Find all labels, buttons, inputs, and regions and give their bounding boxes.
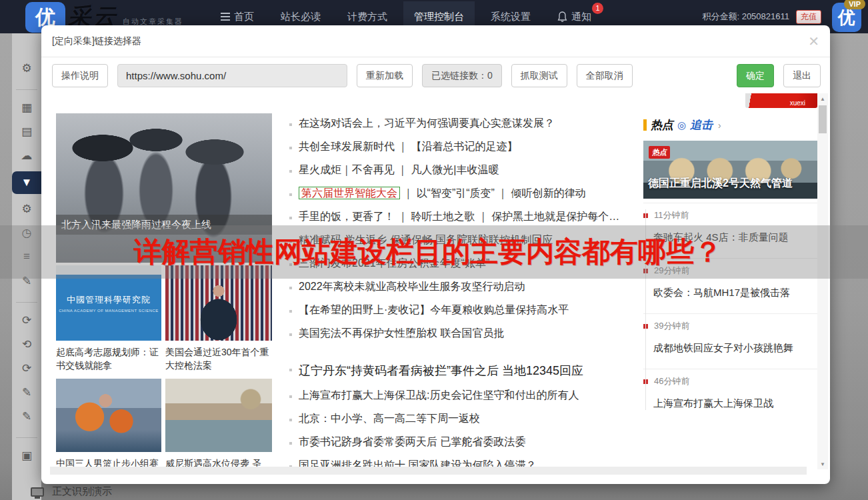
modal-title: [定向采集]链接选择器 [52,35,141,47]
modal-header: [定向采集]链接选择器 ✕ [41,25,830,57]
photo-venice-flood[interactable] [165,379,272,452]
bell-icon [557,11,567,23]
small-gear-icon[interactable]: ⚙ [13,201,40,217]
timeline-entry: 29分钟前 欧委会：马航MH17是被俄击落 [643,258,817,299]
timeline-time: 39分钟前 [654,320,689,332]
reload-icon[interactable]: ⟳ [13,360,40,376]
hamburger-icon [221,11,230,23]
confirm-button[interactable]: 确定 [737,64,774,87]
target-icon: ◎ [677,119,686,131]
refresh-icon[interactable]: ⟳ [13,312,40,328]
sohu-page: xuexi 北方入汛来最强降雨过程今夜上线 中國管理科學研究院 CHINA AC… [50,93,817,475]
photo-basketball[interactable] [56,379,161,452]
sidebar-divider [16,302,37,303]
chevron-right-icon: › [718,120,721,131]
modal-toolbar: 操作说明 重新加载 已选链接数：0 抓取测试 全部取消 确定 退出 [41,57,830,94]
url-input[interactable] [117,64,347,87]
hot-title-blue: 追击 [690,117,713,133]
news-link[interactable]: 市委书记跻身省委常委两天后 已掌舵省委政法委 [288,431,644,454]
reload-button[interactable]: 重新加载 [357,64,413,87]
menu-item-home-label: 首页 [234,11,254,23]
photo-caption[interactable]: 起底高考志愿规划师：证书交钱就能拿 [56,345,161,372]
task-list-icon[interactable]: ▤ [13,123,40,139]
edit-doc-icon[interactable]: ✎ [13,408,40,424]
news-link[interactable]: 上海宣布打赢大上海保卫战:历史会记住坚守和付出的所有人 [288,384,644,407]
news-link-highlighted[interactable]: 第六届世界智能大会 [299,187,400,199]
hot-feature-photo[interactable]: 热点 德国正重启北溪2号天然气管道 [643,141,817,199]
edit-note-icon[interactable]: ✎ [13,384,40,400]
timeline-link[interactable]: 成都地铁回应女子对小孩跳艳舞 [653,342,817,355]
webpage-scrollbar[interactable]: ▲ ▼ [817,93,828,469]
banner-label: xuexi [790,99,805,107]
account-corner[interactable]: 优 VIP [828,0,863,33]
news-link[interactable]: 第六届世界智能大会 ｜ 以“智变”引“质变” ｜ 倾听创新的律动 [288,182,644,205]
scrollbar-thumb[interactable] [819,105,827,133]
hot-feature-caption: 德国正重启北溪2号天然气管道 [648,177,793,191]
photo-caption[interactable]: 美国会通过近30年首个重大控枪法案 [165,345,272,372]
sidebar-divider [16,89,37,90]
red-square-bullet-icon [643,379,648,384]
stats-chart-icon[interactable]: ▦ [13,99,40,115]
edit-icon[interactable]: ✎ [13,273,40,289]
timeline-link[interactable]: 欧委会：马航MH17是被俄击落 [653,287,817,299]
news-link[interactable]: 北京：中小学、高一高二等下周一返校 [288,407,644,431]
cloud-upload-icon[interactable]: ☁ [13,147,40,163]
news-link[interactable]: 星火成炬｜不舍再见 ｜ 凡人微光|丰收温暖 [288,159,644,182]
vip-badge: VIP [844,0,865,9]
hero-photo-rain[interactable]: 北方入汛来最强降雨过程今夜上线 [56,113,272,263]
academy-sign-subtext: CHINA ACADEMY OF MANAGEMENT SCIENCE [59,309,159,313]
left-sidebar: ⚙▦▤☁▼⚙◷≡✎⟳⟲⟳✎✎▣ [12,33,41,500]
top-red-banner[interactable]: xuexi [745,93,817,108]
embedded-webpage: xuexi 北方入汛来最强降雨过程今夜上线 中國管理科學研究院 CHINA AC… [50,93,828,475]
coins-icon[interactable]: ≡ [13,249,40,265]
link-selector-icon[interactable]: ▼ [12,171,41,194]
news-link[interactable]: 三部门发布2021年住房公积金年度“账单” [288,252,644,275]
red-square-bullet-icon [643,269,648,273]
timeline-link[interactable]: 奔驰车起火 4S店：非质量问题 [653,231,817,244]
scroll-up-icon[interactable]: ▲ [817,93,828,104]
timeline-time: 46分钟前 [654,375,689,387]
timeline-entry: 39分钟前 成都地铁回应女子对小孩跳艳舞 [643,313,817,355]
news-list: 在这场对话会上，习近平为何强调要真心实意谋发展？ 共创全球发展新时代 ｜ 【沿着… [288,112,644,475]
news-link[interactable]: 2022年离校未就业高校毕业生服务攻坚行动启动 [288,275,644,299]
credit-amount: 积分金额: 2050821611 [702,11,789,23]
photo-biden-speech[interactable] [165,265,272,341]
timeline-entry: 46分钟前 上海宣布打赢大上海保卫战 [643,369,817,410]
news-link[interactable]: 美国宪法不再保护女性堕胎权 联合国官员批 [288,322,644,345]
help-button[interactable]: 操作说明 [52,64,108,87]
notifications-label: 通知 [571,11,591,23]
recharge-button[interactable]: 充值 [796,10,821,24]
page-bottom-strip [50,467,807,475]
content-recognition-demo-label: 正文识别演示 [52,485,112,498]
academy-sign-text: 中國管理科學研究院 [67,294,151,306]
hot-title-black: 热点 [651,117,673,133]
cancel-all-button[interactable]: 全部取消 [577,64,633,87]
news-link-rest: ｜ 以“智变”引“质变” ｜ 倾听创新的律动 [400,187,585,199]
news-link[interactable]: 精准赋码 学生返乡 保通保畅 国务院联防联控机制回应 [288,229,644,252]
history-clock-icon[interactable]: ◷ [13,225,40,241]
sidebar-item-content-recognition-demo[interactable]: 正文识别演示 [31,485,112,498]
link-selector-modal: [定向采集]链接选择器 ✕ 操作说明 重新加载 已选链接数：0 抓取测试 全部取… [41,25,830,484]
news-link[interactable]: 在这场对话会上，习近平为何强调要真心实意谋发展？ [288,112,644,135]
printer-icon[interactable]: ▣ [13,447,40,463]
hot-badge: 热点 [649,146,670,159]
news-link[interactable]: 共创全球发展新时代 ｜ 【沿着总书记的足迹】 [288,135,644,159]
sidebar-divider [16,437,37,438]
hot-timeline: 11分钟前 奔驰车起火 4S店：非质量问题 29分钟前 欧委会：马航MH17是被… [643,203,817,410]
news-link[interactable]: 【在希望的田野上·麦收记】今年夏粮收购总量保持高水平 [288,299,644,322]
news-link[interactable]: 辽宁丹东“持黄码者看病被拦”事件之后 当地12345回应 [288,357,644,384]
gear-icon[interactable]: ⚙ [13,60,40,76]
grab-test-button[interactable]: 抓取测试 [511,64,567,87]
close-icon[interactable]: ✕ [808,35,819,48]
timeline-time: 11分钟前 [654,209,689,221]
news-link[interactable]: 手里的饭，更香了！ ｜ 聆听土地之歌 ｜ 保护黑土地就是保护每个… [288,205,644,229]
hero-caption: 北方入汛来最强降雨过程今夜上线 [56,215,272,235]
photo-china-academy[interactable]: 中國管理科學研究院 CHINA ACADEMY OF MANAGEMENT SC… [56,265,161,341]
photo-cards: 中國管理科學研究院 CHINA ACADEMY OF MANAGEMENT SC… [56,265,272,475]
timeline-link[interactable]: 上海宣布打赢大上海保卫战 [653,397,817,410]
exit-button[interactable]: 退出 [783,64,821,87]
sync-icon[interactable]: ⟲ [13,336,40,352]
red-square-bullet-icon [643,213,648,218]
hot-pursuit-header[interactable]: 热点 ◎ 追击 › [643,117,817,133]
scroll-down-icon[interactable]: ▼ [817,459,828,469]
